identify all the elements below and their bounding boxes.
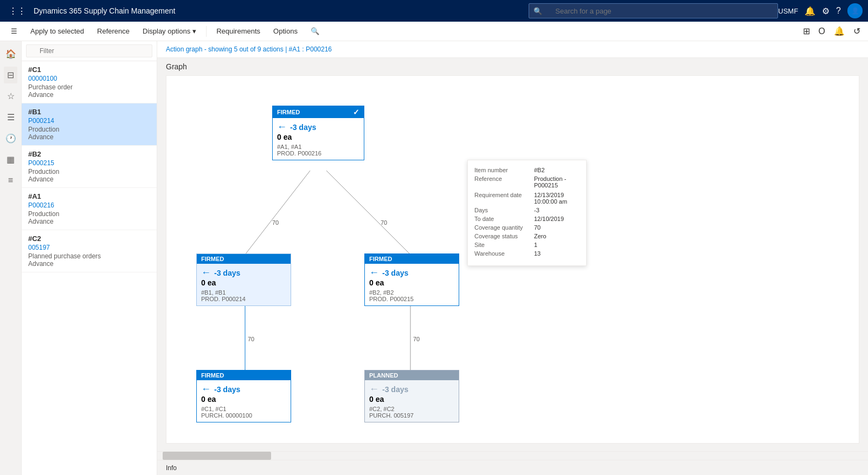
tooltip-popup: Item number #B2 Reference Production - P… — [467, 160, 587, 266]
search-input[interactable] — [544, 7, 772, 15]
search-icon: 🔍 — [533, 7, 542, 15]
arrow-icon-bot-right: ← — [369, 383, 379, 395]
node-status-bot-right: PLANNED — [369, 372, 398, 379]
node-body-mid-left: ← -3 days 0 ea #B1, #B1 PROD. P000214 — [197, 264, 291, 305]
app-title: Dynamics 365 Supply Chain Management — [34, 6, 529, 15]
node-status-mid-right: FIRMED — [369, 256, 392, 262]
tooltip-row-days: Days -3 — [474, 207, 580, 213]
node-prod-mid-left: PROD. P000214 — [201, 296, 286, 302]
apply-to-selected-button[interactable]: Apply to selected — [25, 24, 89, 39]
tooltip-row-ref: Reference Production - P000215 — [474, 175, 580, 188]
node-days-bot-right: ← -3 days — [369, 383, 454, 395]
item-code: P000214 — [28, 117, 150, 125]
tooltip-row-warehouse: Warehouse 13 — [474, 250, 580, 257]
node-days-top: ← -3 days — [277, 121, 359, 133]
tooltip-todate-label: To date — [474, 216, 534, 222]
left-panel: 🔍 #C1 00000100 Purchase order Advance #B… — [22, 41, 157, 475]
sidebar-filter-button[interactable]: ⊟ — [4, 67, 17, 83]
reference-button[interactable]: Reference — [92, 24, 135, 39]
node-days-mid-left: ← -3 days — [201, 267, 286, 278]
tooltip-item-label: Item number — [474, 167, 534, 173]
office-icon-button[interactable]: O — [816, 24, 827, 38]
search-toolbar-icon: 🔍 — [311, 27, 319, 35]
search-toolbar-button[interactable]: 🔍 — [305, 24, 325, 39]
grid-icon: ⋮⋮ — [9, 6, 26, 16]
node-header-bot-left: FIRMED — [197, 370, 291, 380]
nav-grid-button[interactable]: ⋮⋮ — [5, 3, 29, 19]
item-tag: Advance — [28, 91, 150, 99]
display-options-button[interactable]: Display options ▾ — [137, 24, 202, 39]
tooltip-site-value: 1 — [534, 242, 537, 248]
node-prod-mid-right: PROD. P000215 — [369, 296, 454, 302]
node-header-top: FIRMED ✓ — [273, 106, 364, 118]
display-options-label: Display options — [143, 27, 190, 35]
list-item[interactable]: #A1 P000216 Production Advance — [22, 188, 157, 230]
arrow-icon-bot-left: ← — [201, 383, 211, 395]
node-days-text-bot-right: -3 days — [382, 385, 408, 394]
sidebar-star-button[interactable]: ☆ — [4, 88, 18, 105]
svg-text:70: 70 — [381, 219, 387, 226]
bell-icon[interactable]: 🔔 — [805, 6, 815, 16]
sidebar-clock-button[interactable]: 🕐 — [2, 130, 20, 147]
node-body-mid-right: ← -3 days 0 ea #B2, #B2 PROD. P000215 — [365, 264, 459, 305]
item-id: #B2 — [28, 150, 150, 158]
tooltip-row-item: Item number #B2 — [474, 167, 580, 173]
svg-text:70: 70 — [248, 336, 254, 342]
tooltip-days-value: -3 — [534, 207, 539, 213]
node-body-bot-right: ← -3 days 0 ea #C2, #C2 PURCH. 005197 — [365, 380, 459, 422]
filter-bar: 🔍 — [22, 41, 157, 61]
sidebar-table-button[interactable]: ▦ — [3, 151, 18, 168]
hamburger-icon: ☰ — [11, 27, 17, 35]
graph-node-bot-left[interactable]: FIRMED ← -3 days 0 ea #C1, #C1 PURCH. 00… — [196, 370, 291, 422]
search-bar[interactable]: 🔍 — [529, 3, 778, 18]
list-item[interactable]: #B2 P000215 Production Advance — [22, 146, 157, 188]
node-ref-mid-right: #B2, #B2 — [369, 289, 454, 296]
help-icon[interactable]: ? — [836, 6, 841, 16]
sidebar-list-button[interactable]: ☰ — [4, 109, 18, 126]
list-item[interactable]: #C2 005197 Planned purchase orders Advan… — [22, 230, 157, 272]
graph-node-mid-right[interactable]: FIRMED ← -3 days 0 ea #B2, #B2 PROD. P00… — [364, 253, 459, 306]
refresh-button[interactable]: ↺ — [851, 24, 863, 38]
item-id: #B1 — [28, 108, 150, 116]
node-status-bot-left: FIRMED — [201, 372, 224, 379]
left-list: #C1 00000100 Purchase order Advance #B1 … — [22, 61, 157, 475]
graph-node-bot-right[interactable]: PLANNED ← -3 days 0 ea #C2, #C2 PURCH. 0… — [364, 370, 459, 422]
requirements-button[interactable]: Requirements — [211, 24, 266, 39]
tooltip-todate-value: 12/10/2019 — [534, 216, 564, 222]
compare-icon-button[interactable]: ⊞ — [801, 24, 812, 38]
filter-input[interactable] — [26, 44, 152, 57]
item-id: #A1 — [28, 192, 150, 200]
options-button[interactable]: Options — [268, 24, 303, 39]
arrow-icon-mid-left: ← — [201, 267, 211, 278]
top-nav: ⋮⋮ Dynamics 365 Supply Chain Management … — [0, 0, 868, 22]
notification-icon-button[interactable]: 🔔 — [832, 24, 847, 38]
svg-line-0 — [245, 171, 310, 255]
main-layout: 🏠 ⊟ ☆ ☰ 🕐 ▦ ≡ 🔍 #C1 00000100 Purchase or… — [0, 41, 868, 475]
node-qty-bot-left: 0 ea — [201, 395, 286, 404]
filter-wrapper: 🔍 — [26, 44, 152, 57]
settings-icon[interactable]: ⚙ — [822, 6, 830, 16]
node-header-mid-left: FIRMED — [197, 254, 291, 264]
tooltip-ref-value: Production - P000215 — [534, 175, 580, 188]
graph-node-mid-left[interactable]: FIRMED ← -3 days 0 ea #B1, #B1 PROD. P00… — [196, 253, 291, 306]
scrollbar-thumb[interactable] — [163, 452, 271, 460]
tooltip-row-covstatus: Coverage status Zero — [474, 233, 580, 239]
sidebar-lines-button[interactable]: ≡ — [5, 172, 16, 188]
hamburger-button[interactable]: ☰ — [5, 24, 23, 39]
svg-text:70: 70 — [413, 336, 420, 342]
sidebar-home-button[interactable]: 🏠 — [2, 45, 20, 62]
node-ref-mid-left: #B1, #B1 — [201, 289, 286, 296]
avatar-icon[interactable]: 👤 — [847, 3, 863, 18]
arrow-icon-mid-right: ← — [369, 267, 379, 278]
node-status-mid-left: FIRMED — [201, 256, 224, 262]
graph-node-top[interactable]: FIRMED ✓ ← -3 days 0 ea #A1, #A1 PROD. P… — [272, 106, 364, 160]
list-item[interactable]: #C1 00000100 Purchase order Advance — [22, 61, 157, 103]
node-prod-bot-right: PURCH. 005197 — [369, 412, 454, 419]
toolbar-right: ⊞ O 🔔 ↺ — [801, 24, 863, 38]
graph-canvas[interactable]: 70 70 70 70 FIRMED ✓ — [166, 75, 859, 444]
scrollbar-area[interactable] — [157, 451, 868, 460]
tooltip-ref-label: Reference — [474, 175, 534, 188]
tooltip-row-covqty: Coverage quantity 70 — [474, 224, 580, 231]
svg-text:70: 70 — [272, 219, 279, 226]
list-item[interactable]: #B1 P000214 Production Advance — [22, 103, 157, 146]
